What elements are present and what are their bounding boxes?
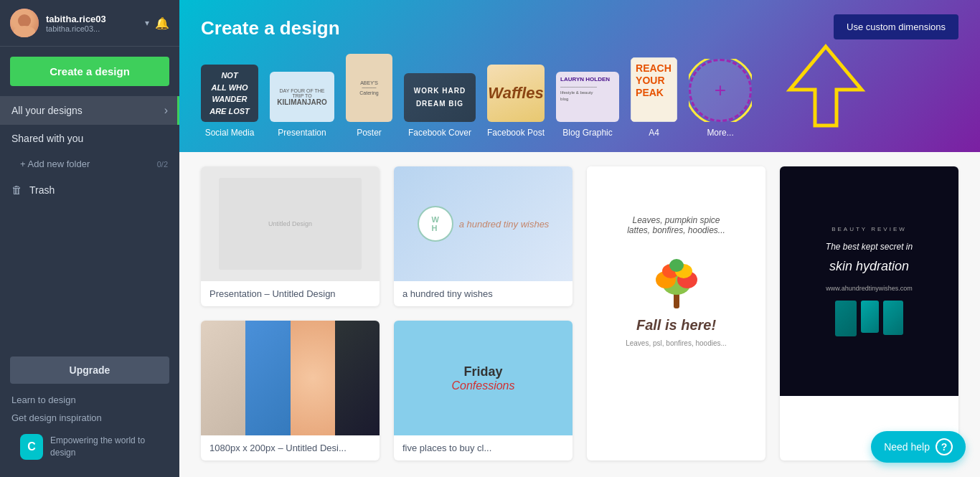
user-email: tabitha.rice03... bbox=[46, 24, 142, 33]
design-card-friday-thumb: Friday Confessions bbox=[394, 321, 573, 435]
design-type-facebook-cover[interactable]: WORK HARDDREAM BIG Facebook Cover bbox=[404, 73, 476, 138]
design-type-facebook-post[interactable]: Waffles Facebook Post bbox=[487, 65, 545, 138]
design-card-banner-thumb bbox=[201, 321, 380, 435]
sidebar-item-all-designs[interactable]: All your designs › bbox=[0, 96, 179, 125]
social-media-thumb: NOTALL WHOWANDERARE LOST bbox=[201, 65, 258, 122]
sidebar-item-trash[interactable]: 🗑 Trash bbox=[0, 176, 179, 204]
canva-brand: C Empowering the world to design bbox=[10, 427, 169, 470]
sidebar-nav: All your designs › Shared with you + Add… bbox=[0, 96, 179, 349]
design-card-presentation-label: Presentation – Untitled Design bbox=[201, 281, 380, 306]
hero-section: Create a design Use custom dimensions NO… bbox=[179, 0, 980, 152]
designs-grid: Untitled Design Presentation – Untitled … bbox=[201, 166, 958, 461]
add-folder-label: + Add new folder bbox=[20, 159, 90, 169]
design-type-social-media[interactable]: NOTALL WHOWANDERARE LOST Social Media bbox=[201, 65, 258, 138]
poster-thumb: ABEY'S────Catering bbox=[346, 54, 392, 122]
presentation-thumb: DAY FOUR OF THE TRIP TOKILIMANJARO bbox=[270, 72, 334, 122]
facebook-cover-thumb: WORK HARDDREAM BIG bbox=[404, 73, 476, 122]
a4-label: A4 bbox=[649, 128, 659, 138]
design-type-more[interactable]: + More... bbox=[689, 59, 752, 138]
design-card-fall[interactable]: Leaves, pumpkin spicelattes, bonfires, h… bbox=[587, 166, 765, 461]
more-thumb: + bbox=[689, 59, 752, 122]
sidebar-item-shared[interactable]: Shared with you bbox=[0, 125, 179, 152]
wishes-logo: WH bbox=[418, 206, 453, 242]
more-label: More... bbox=[707, 128, 733, 138]
chevron-right-icon: › bbox=[164, 104, 168, 117]
add-folder-item[interactable]: + Add new folder 0/2 bbox=[0, 152, 179, 176]
trash-label: Trash bbox=[29, 184, 55, 196]
get-inspiration-link[interactable]: Get design inspiration bbox=[10, 409, 169, 427]
design-card-presentation[interactable]: Untitled Design Presentation – Untitled … bbox=[201, 166, 380, 306]
design-card-wishes[interactable]: WH a hundred tiny wishes a hundred tiny … bbox=[394, 166, 573, 306]
facebook-cover-label: Facebook Cover bbox=[408, 128, 471, 138]
design-card-friday-label: five places to buy cl... bbox=[394, 435, 573, 461]
design-card-beauty-thumb: BEAUTY REVIEW The best kept secret in sk… bbox=[780, 166, 958, 396]
need-help-button[interactable]: Need help ? bbox=[871, 431, 966, 463]
design-type-a4[interactable]: REACHYOURPEAK A4 bbox=[631, 57, 677, 138]
plus-icon: + bbox=[715, 79, 726, 102]
fall-tree-svg bbox=[648, 244, 705, 308]
dropdown-icon[interactable]: ▾ bbox=[145, 18, 149, 28]
upgrade-button[interactable]: Upgrade bbox=[10, 356, 169, 384]
sidebar: tabitha.rice03 tabitha.rice03... ▾ 🔔 Cre… bbox=[0, 0, 179, 477]
blog-graphic-thumb: LAURYN HOLDEN ────────────lifestyle & be… bbox=[556, 72, 619, 122]
blog-graphic-label: Blog Graphic bbox=[562, 128, 612, 138]
design-card-presentation-thumb: Untitled Design bbox=[201, 166, 380, 281]
design-type-presentation[interactable]: DAY FOUR OF THE TRIP TOKILIMANJARO Prese… bbox=[270, 72, 334, 138]
folder-badge: 0/2 bbox=[157, 160, 168, 169]
design-card-beauty[interactable]: BEAUTY REVIEW The best kept secret in sk… bbox=[780, 166, 958, 461]
design-types-row: NOTALL WHOWANDERARE LOST Social Media DA… bbox=[201, 54, 958, 138]
wishes-text: a hundred tiny wishes bbox=[459, 219, 550, 230]
bell-icon[interactable]: 🔔 bbox=[155, 16, 169, 30]
main-content: Create a design Use custom dimensions NO… bbox=[179, 0, 980, 477]
presentation-label: Presentation bbox=[278, 128, 326, 138]
design-type-poster[interactable]: ABEY'S────Catering Poster bbox=[346, 54, 392, 138]
content-area: Untitled Design Presentation – Untitled … bbox=[179, 152, 980, 477]
sidebar-bottom: Upgrade Learn to design Get design inspi… bbox=[0, 349, 179, 477]
design-card-wishes-label: a hundred tiny wishes bbox=[394, 281, 573, 306]
user-name: tabitha.rice03 bbox=[46, 14, 142, 24]
user-info: tabitha.rice03 tabitha.rice03... bbox=[46, 14, 142, 33]
design-card-banner-label: 1080px x 200px – Untitled Desi... bbox=[201, 435, 380, 461]
canva-tagline: Empowering the world to design bbox=[50, 435, 159, 459]
custom-dimensions-button[interactable]: Use custom dimensions bbox=[834, 14, 958, 39]
all-designs-label: All your designs bbox=[11, 105, 83, 116]
learn-to-design-link[interactable]: Learn to design bbox=[10, 391, 169, 409]
help-icon: ? bbox=[936, 438, 953, 455]
design-card-friday[interactable]: Friday Confessions five places to buy cl… bbox=[394, 321, 573, 461]
trash-icon: 🗑 bbox=[11, 184, 22, 196]
need-help-label: Need help bbox=[884, 441, 930, 453]
design-type-blog-graphic[interactable]: LAURYN HOLDEN ────────────lifestyle & be… bbox=[556, 72, 619, 138]
svg-point-7 bbox=[669, 259, 684, 272]
shared-label: Shared with you bbox=[11, 133, 83, 144]
sidebar-header: tabitha.rice03 tabitha.rice03... ▾ 🔔 bbox=[0, 0, 179, 47]
canva-logo-icon: C bbox=[20, 434, 43, 460]
avatar-image bbox=[10, 9, 39, 37]
social-media-label: Social Media bbox=[205, 128, 255, 138]
design-card-wishes-thumb: WH a hundred tiny wishes bbox=[394, 166, 573, 281]
create-design-button[interactable]: Create a design bbox=[10, 57, 169, 86]
facebook-post-label: Facebook Post bbox=[487, 128, 545, 138]
avatar bbox=[10, 9, 39, 37]
design-card-banner[interactable]: 1080px x 200px – Untitled Desi... bbox=[201, 321, 380, 461]
design-card-fall-thumb: Leaves, pumpkin spicelattes, bonfires, h… bbox=[587, 166, 765, 396]
a4-thumb: REACHYOURPEAK bbox=[631, 57, 677, 122]
facebook-post-thumb: Waffles bbox=[487, 65, 545, 122]
poster-label: Poster bbox=[357, 128, 382, 138]
